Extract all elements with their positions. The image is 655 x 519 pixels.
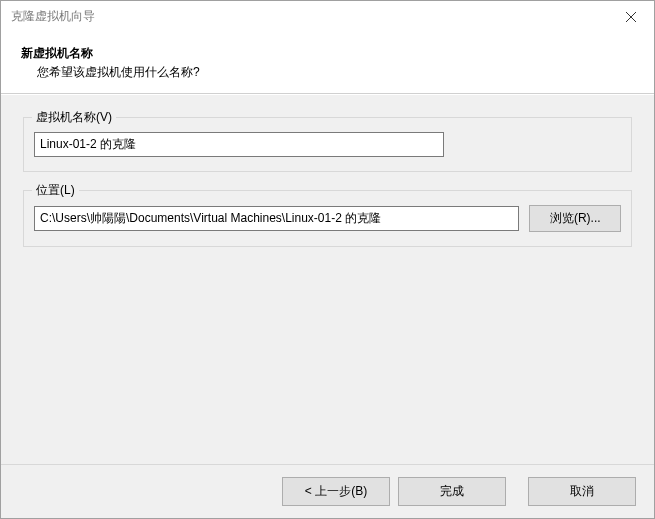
back-button[interactable]: < 上一步(B) xyxy=(282,477,390,506)
wizard-content: 虚拟机名称(V) 位置(L) 浏览(R)... xyxy=(1,94,654,464)
window-title: 克隆虚拟机向导 xyxy=(11,8,608,25)
vm-name-input[interactable] xyxy=(34,132,444,157)
wizard-header: 新虚拟机名称 您希望该虚拟机使用什么名称? xyxy=(1,33,654,94)
close-button[interactable] xyxy=(608,1,654,33)
titlebar: 克隆虚拟机向导 xyxy=(1,1,654,33)
location-legend: 位置(L) xyxy=(32,182,79,199)
header-title: 新虚拟机名称 xyxy=(21,45,634,62)
location-input[interactable] xyxy=(34,206,519,231)
close-icon xyxy=(626,12,636,22)
button-bar: < 上一步(B) 完成 取消 xyxy=(1,464,654,518)
header-subtitle: 您希望该虚拟机使用什么名称? xyxy=(21,64,634,81)
location-row: 浏览(R)... xyxy=(34,205,621,232)
finish-button[interactable]: 完成 xyxy=(398,477,506,506)
browse-button[interactable]: 浏览(R)... xyxy=(529,205,621,232)
cancel-button[interactable]: 取消 xyxy=(528,477,636,506)
location-fieldset: 位置(L) 浏览(R)... xyxy=(23,190,632,247)
vm-name-legend: 虚拟机名称(V) xyxy=(32,109,116,126)
vm-name-fieldset: 虚拟机名称(V) xyxy=(23,117,632,172)
